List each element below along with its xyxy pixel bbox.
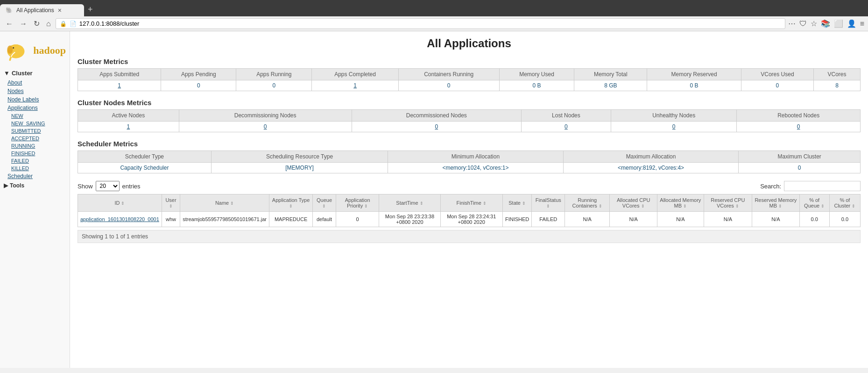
cnm-link-1[interactable]: 0 (264, 123, 267, 130)
sidebar-item-about[interactable]: About (0, 79, 70, 87)
app-header-pct-queue[interactable]: % of Queue ⇕ (799, 194, 829, 212)
sm-header-1: Scheduling Resource Type (211, 151, 388, 163)
extend-icon[interactable]: ≡ (860, 20, 864, 28)
app-header-name[interactable]: Name ⇕ (180, 194, 269, 212)
showing-text: Showing 1 to 1 of 1 entries (82, 233, 148, 240)
page-icon: 📄 (70, 21, 77, 27)
cm-header-5: Memory Used (499, 69, 574, 80)
cnm-link-4[interactable]: 0 (672, 123, 676, 130)
search-input[interactable] (784, 181, 861, 191)
sidebar-item-running[interactable]: RUNNING (0, 142, 70, 150)
app-header-running-containers[interactable]: Running Containers ⇕ (565, 194, 610, 212)
page-title: All Applications (78, 37, 861, 50)
tab-favicon: 🐘 (6, 7, 13, 14)
window-icon[interactable]: ⬜ (834, 19, 843, 28)
app-header-finalstatus[interactable]: FinalStatus ⇕ (532, 194, 565, 212)
page: hadoop ▼ Cluster About Nodes Node Labels… (0, 31, 868, 368)
home-button[interactable]: ⌂ (44, 19, 53, 29)
sm-header-3: Maximum Allocation (563, 151, 739, 163)
row-finalstatus: FAILED (532, 212, 565, 227)
menu-icon[interactable]: ⋯ (788, 19, 796, 28)
cnm-val-5: 0 (737, 122, 861, 132)
cnm-header-3: Lost Nodes (521, 110, 611, 122)
cm-link-0[interactable]: 1 (118, 82, 121, 89)
cm-header-9: VCores (813, 69, 860, 80)
sm-val-1: [MEMORY] (211, 163, 388, 173)
toggle-arrow-icon: ▼ (4, 70, 10, 77)
cnm-link-2[interactable]: 0 (435, 123, 438, 130)
sm-header-2: Minimum Allocation (388, 151, 564, 163)
sidebar-item-nodes[interactable]: Nodes (0, 87, 70, 95)
app-header-id[interactable]: ID ⇕ (78, 194, 162, 212)
sidebar-tools-toggle[interactable]: ▶ Tools (0, 180, 70, 191)
browser-tabs: 🐘 All Applications × + (0, 0, 868, 16)
cnm-link-3[interactable]: 0 (565, 123, 568, 130)
cnm-link-0[interactable]: 1 (127, 123, 130, 130)
cm-val-2: 0 (236, 80, 312, 91)
cnm-val-2: 0 (352, 122, 521, 132)
app-header-pct-cluster[interactable]: % of Cluster ⇕ (829, 194, 860, 212)
cm-val-7: 0 B (647, 80, 741, 91)
forward-button[interactable]: → (18, 19, 29, 29)
entries-label: entries (122, 183, 141, 190)
browser-toolbar: ← → ↻ ⌂ 🔒 📄 ⋯ 🛡 ☆ 📚 ⬜ 👤 ≡ (0, 16, 868, 31)
cnm-link-5[interactable]: 0 (797, 123, 800, 130)
user-sort-icon: ⇕ (169, 204, 173, 208)
app-header-alloc-cpu[interactable]: Allocated CPU VCores ⇕ (610, 194, 657, 212)
tab-close-button[interactable]: × (58, 7, 62, 14)
sidebar-item-applications[interactable]: Applications (0, 104, 70, 112)
app-header-finishtime[interactable]: FinishTime ⇕ (440, 194, 502, 212)
running-sort-icon: ⇕ (599, 204, 602, 208)
sidebar-item-killed[interactable]: KILLED (0, 165, 70, 172)
sidebar-item-new-saving[interactable]: NEW_SAVING (0, 120, 70, 127)
type-sort-icon: ⇕ (289, 204, 293, 208)
sm-val-3: <memory:8192, vCores:4> (563, 163, 739, 173)
new-tab-button[interactable]: + (84, 3, 97, 16)
app-header-res-cpu[interactable]: Reserved CPU VCores ⇕ (704, 194, 752, 212)
row-user: whw (162, 212, 180, 227)
queue-sort-icon: ⇕ (322, 204, 326, 208)
sidebar-item-submitted[interactable]: SUBMITTED (0, 127, 70, 135)
cnm-header-1: Decommissioning Nodes (179, 110, 352, 122)
cm-val-6: 8 GB (574, 80, 647, 91)
app-id-link[interactable]: application_1601301808220_0001 (80, 216, 159, 222)
app-header-user[interactable]: User ⇕ (162, 194, 180, 212)
app-header-starttime[interactable]: StartTime ⇕ (379, 194, 440, 212)
id-sort-icon: ⇕ (121, 201, 125, 206)
table-footer: Showing 1 to 1 of 1 entries (78, 230, 861, 243)
cm-header-6: Memory Total (574, 69, 647, 80)
sm-header-4: Maximum Cluster (739, 151, 861, 163)
star-icon[interactable]: ☆ (811, 19, 817, 28)
app-header-type[interactable]: Application Type ⇕ (269, 194, 313, 212)
starttime-sort-icon: ⇕ (420, 201, 423, 206)
svg-point-4 (7, 45, 13, 54)
sidebar-item-new[interactable]: NEW (0, 112, 70, 120)
cm-header-8: VCores Used (741, 69, 813, 80)
sidebar-item-accepted[interactable]: ACCEPTED (0, 135, 70, 142)
entries-select[interactable]: 10 20 50 100 (96, 181, 120, 191)
sidebar-item-node-labels[interactable]: Node Labels (0, 95, 70, 104)
sm-val-0: Capacity Scheduler (78, 163, 212, 173)
cluster-toggle[interactable]: ▼ Cluster (0, 68, 70, 79)
app-header-state[interactable]: State ⇕ (502, 194, 531, 212)
show-entries: Show 10 20 50 100 entries (78, 181, 141, 191)
sidebar-item-scheduler[interactable]: Scheduler (0, 172, 70, 180)
app-header-alloc-mem[interactable]: Allocated Memory MB ⇕ (657, 194, 704, 212)
back-button[interactable]: ← (4, 19, 15, 29)
app-header-priority[interactable]: Application Priority ⇕ (336, 194, 379, 212)
address-bar: 🔒 📄 (56, 18, 785, 29)
row-queue: default (313, 212, 336, 227)
sidebar-item-failed[interactable]: FAILED (0, 157, 70, 165)
active-tab: 🐘 All Applications × (0, 4, 84, 16)
scheduler-metrics-table: Scheduler Type Scheduling Resource Type … (78, 151, 861, 173)
url-input[interactable] (79, 20, 781, 27)
sidebar-item-finished[interactable]: FINISHED (0, 150, 70, 157)
app-header-res-mem[interactable]: Reserved Memory MB ⇕ (752, 194, 799, 212)
bookmarks-icon[interactable]: 📚 (821, 19, 830, 28)
account-icon[interactable]: 👤 (847, 19, 856, 28)
refresh-button[interactable]: ↻ (32, 18, 42, 29)
app-header-queue[interactable]: Queue ⇕ (313, 194, 336, 212)
cm-val-9: 8 (813, 80, 860, 91)
cm-link-3[interactable]: 1 (353, 82, 357, 89)
lock-icon: 🔒 (60, 21, 67, 27)
